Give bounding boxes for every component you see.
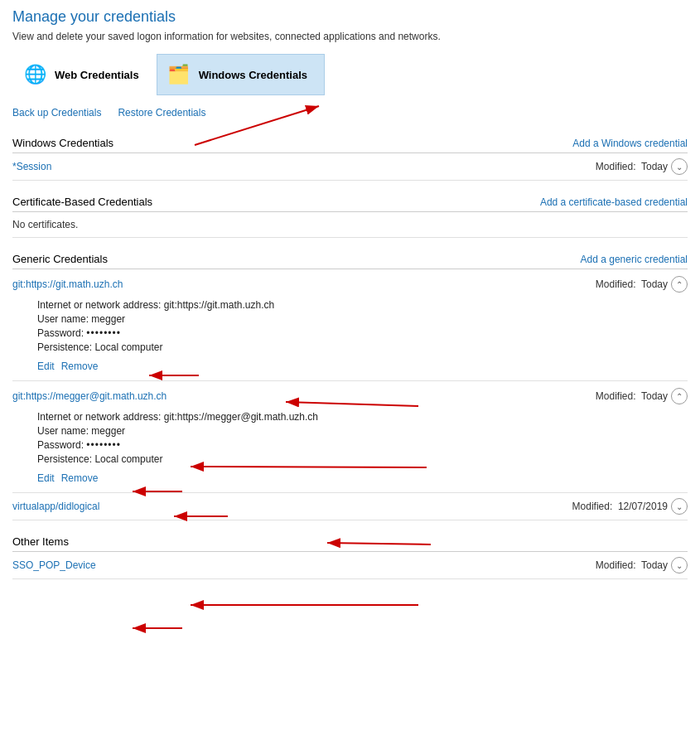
detail-persistence-git-math: Persistence: Local computer xyxy=(37,341,688,353)
detail-username-git-megger: User name: megger xyxy=(37,425,688,437)
section-certificate-header: Certificate-Based Credentials Add a cert… xyxy=(12,191,688,212)
tab-windows-credentials[interactable]: 🗂️ Windows Credentials xyxy=(157,54,325,95)
section-certificate-credentials: Certificate-Based Credentials Add a cert… xyxy=(12,191,688,238)
section-other-header: Other Items xyxy=(12,530,688,552)
credential-git-megger-name: git:https://megger@git.math.uzh.ch xyxy=(12,390,167,402)
section-windows-header: Windows Credentials Add a Windows creden… xyxy=(12,132,688,153)
credential-virtualapp-name: virtualapp/didlogical xyxy=(12,501,99,512)
credential-git-megger: git:https://megger@git.math.uzh.ch Modif… xyxy=(12,381,688,493)
credential-virtualapp[interactable]: virtualapp/didlogical Modified: 12/07/20… xyxy=(12,493,688,520)
windows-credentials-title: Windows Credentials xyxy=(12,137,113,149)
section-windows-credentials: Windows Credentials Add a Windows creden… xyxy=(12,132,688,181)
remove-git-megger-link[interactable]: Remove xyxy=(61,472,99,484)
tab-web-credentials[interactable]: 🌐 Web Credentials xyxy=(12,54,157,95)
credential-git-megger-details: Internet or network address: git:https:/… xyxy=(12,408,688,469)
credential-virtualapp-modified: Modified: 12/07/2019 ⌄ xyxy=(572,498,688,515)
credential-sso-modified: Modified: Today ⌄ xyxy=(596,557,688,574)
add-certificate-credential-link[interactable]: Add a certificate-based credential xyxy=(540,196,688,208)
virtualapp-chevron-down-icon[interactable]: ⌄ xyxy=(671,498,688,515)
certificate-credentials-title: Certificate-Based Credentials xyxy=(12,196,152,208)
restore-credentials-link[interactable]: Restore Credentials xyxy=(118,107,205,119)
web-credentials-icon: 🌐 xyxy=(22,61,48,88)
credential-git-megger-header[interactable]: git:https://megger@git.math.uzh.ch Modif… xyxy=(12,385,688,408)
session-chevron-down-icon[interactable]: ⌄ xyxy=(671,158,688,175)
credential-session[interactable]: *Session Modified: Today ⌄ xyxy=(12,153,688,181)
page-description: View and delete your saved logon informa… xyxy=(12,31,688,42)
detail-password-git-math: Password: •••••••• xyxy=(37,327,688,339)
detail-username-git-math: User name: megger xyxy=(37,313,688,325)
edit-git-megger-link[interactable]: Edit xyxy=(37,472,55,484)
detail-address-git-megger: Internet or network address: git:https:/… xyxy=(37,411,688,423)
credential-session-name: *Session xyxy=(12,161,51,172)
credential-git-math: git:https://git.math.uzh.ch Modified: To… xyxy=(12,269,688,381)
credential-links: Back up Credentials Restore Credentials xyxy=(12,107,688,119)
add-windows-credential-link[interactable]: Add a Windows credential xyxy=(572,138,688,149)
credential-sso-name: SSO_POP_Device xyxy=(12,559,96,571)
actions-git-megger: Edit Remove xyxy=(37,472,688,484)
tabs-row: 🌐 Web Credentials 🗂️ Windows Credentials xyxy=(12,54,688,95)
detail-address-git-math: Internet or network address: git:https:/… xyxy=(37,299,688,311)
credential-git-megger-modified: Modified: Today ⌃ xyxy=(596,388,688,404)
remove-git-math-link[interactable]: Remove xyxy=(61,361,99,372)
credential-git-math-header[interactable]: git:https://git.math.uzh.ch Modified: To… xyxy=(12,273,688,296)
windows-credentials-icon: 🗂️ xyxy=(166,61,192,88)
tab-web-label: Web Credentials xyxy=(55,69,139,81)
other-items-title: Other Items xyxy=(12,535,69,548)
section-generic-header: Generic Credentials Add a generic creden… xyxy=(12,248,688,269)
add-generic-credential-link[interactable]: Add a generic credential xyxy=(581,254,688,265)
generic-credentials-title: Generic Credentials xyxy=(12,253,108,265)
git-megger-chevron-up-icon[interactable]: ⌃ xyxy=(671,388,688,404)
detail-persistence-git-megger: Persistence: Local computer xyxy=(37,453,688,465)
backup-credentials-link[interactable]: Back up Credentials xyxy=(12,107,101,119)
tab-windows-label: Windows Credentials xyxy=(199,69,307,81)
page-title: Manage your credentials xyxy=(12,8,688,26)
git-math-chevron-up-icon[interactable]: ⌃ xyxy=(671,276,688,293)
section-other-items: Other Items SSO_POP_Device Modified: Tod… xyxy=(12,530,688,579)
credential-git-math-details: Internet or network address: git:https:/… xyxy=(12,296,688,357)
actions-git-math: Edit Remove xyxy=(37,361,688,372)
edit-git-math-link[interactable]: Edit xyxy=(37,361,55,372)
credential-git-math-name: git:https://git.math.uzh.ch xyxy=(12,278,123,290)
credential-session-modified: Modified: Today ⌄ xyxy=(596,158,688,175)
detail-password-git-megger: Password: •••••••• xyxy=(37,439,688,451)
credential-git-math-modified: Modified: Today ⌃ xyxy=(596,276,688,293)
section-generic-credentials: Generic Credentials Add a generic creden… xyxy=(12,248,688,520)
sso-chevron-down-icon[interactable]: ⌄ xyxy=(671,557,688,574)
credential-sso[interactable]: SSO_POP_Device Modified: Today ⌄ xyxy=(12,552,688,579)
no-certificates-message: No certificates. xyxy=(12,212,688,238)
